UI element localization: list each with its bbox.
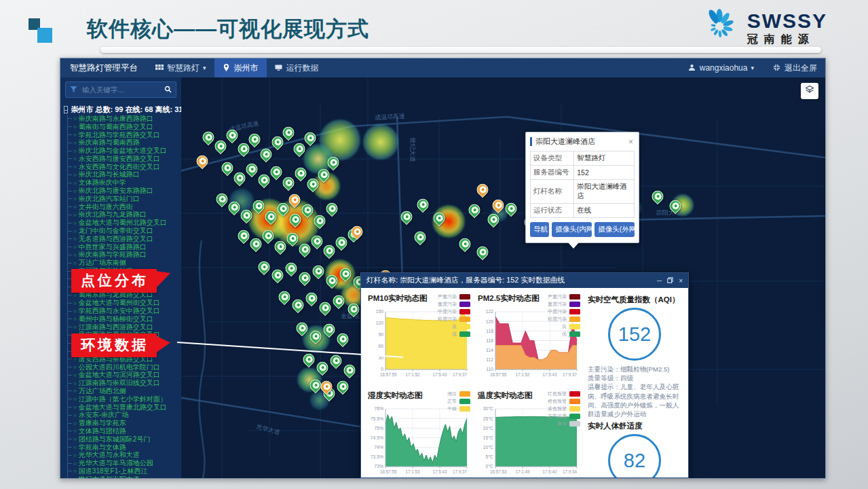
popup-button[interactable]: 摄像头(内网 (552, 222, 592, 237)
tree-item[interactable]: ○崇庆北路与唐安东路路口 (68, 187, 181, 195)
svg-text:16:57:55: 16:57:55 (490, 372, 507, 377)
tree-item[interactable]: ○金盆地大道与滨河路交叉口 (68, 372, 181, 380)
popup-title: 崇阳大道澜峰酒店 (535, 137, 627, 147)
filter-icon[interactable] (70, 84, 77, 96)
svg-text:75%: 75% (374, 426, 383, 431)
tree-item[interactable]: ○世纪大道与崇阳大道 (68, 475, 181, 478)
exit-fullscreen-button[interactable]: 退出全屏 (765, 62, 825, 74)
svg-text:116: 116 (486, 338, 493, 343)
tree-item[interactable]: ○金盆地大道与蜀州北路交叉口 (68, 219, 181, 227)
tree-item[interactable]: ○崇庆南路与学苑路路口 (68, 251, 181, 259)
tree-item-list: ○崇庆南路与永康西路路口○蜀南街与蜀南西路交叉口○学苑北路与学苑西路交叉口○崇庆… (67, 115, 181, 478)
svg-text:30: 30 (378, 355, 383, 360)
nav-item-smart-lamp[interactable]: 智慧路灯 ▾ (147, 58, 214, 77)
svg-text:30℃: 30℃ (483, 406, 494, 411)
tree-item[interactable]: ○永安东-崇庆广场 (68, 411, 181, 419)
tree-item[interactable]: ○崇庆北路与长城路口 (68, 171, 181, 179)
tree-item[interactable]: ○江源中路（第七小学斜对面） (68, 395, 181, 403)
tree-item[interactable]: ○金盆地大道与晋康北路交叉口 (68, 403, 181, 412)
svg-text:17:9:37: 17:9:37 (563, 372, 578, 377)
search-icon[interactable] (164, 84, 172, 96)
svg-text:20℃: 20℃ (483, 426, 494, 431)
nav-item-run-data[interactable]: 运行数据 (267, 58, 327, 77)
user-menu[interactable]: wangxiaohua ▾ (680, 63, 762, 73)
svg-text:15℃: 15℃ (483, 435, 494, 440)
svg-text:73%: 73% (374, 464, 383, 469)
tree-item[interactable]: ○学苑西路与永安中路交叉口 (68, 307, 181, 315)
tree-item[interactable]: ○金盆地大道与蜀州街交叉口 (68, 299, 181, 307)
tree-item[interactable]: ○学苑南与文体路 (68, 443, 181, 452)
tree-item[interactable]: ○崇庆北路与九龙路路口 (68, 211, 181, 219)
aqi-details: 主要污染：细颗粒物(PM2.5)质量等级：四级温馨提示：儿童、老年人及心脏病、呼… (588, 365, 681, 418)
svg-text:75.5%: 75.5% (371, 416, 383, 421)
nav-item-label: 运行数据 (286, 62, 319, 74)
tree-item[interactable]: ○文体路崇庆中学 (68, 179, 181, 187)
svg-text:120: 120 (376, 321, 384, 325)
popup-table: 设备类型智慧路灯服务器编号152灯杆名称崇阳大道澜峰酒店运行状态在线 (530, 151, 635, 218)
tree-item[interactable]: ○团结路与东城国际2号门 (68, 435, 181, 443)
tree-item[interactable]: ○江源南路与崇双旧线交叉口 (68, 379, 181, 387)
svg-text:16:57:55: 16:57:55 (380, 372, 397, 377)
legend-item: 良 (438, 323, 470, 330)
tree-item[interactable]: ○文井街与唐六西街 (68, 203, 181, 211)
tree-item[interactable]: ○崇庆南路与永康西路路口 (68, 115, 181, 123)
search-input[interactable] (81, 85, 161, 94)
minimize-icon[interactable]: ─ (657, 277, 662, 285)
legend-item: 优 (438, 330, 470, 338)
company-logo: SWSSY 冠南能源 (698, 5, 827, 50)
logo-swirl-icon (698, 5, 740, 50)
close-icon[interactable]: × (627, 137, 635, 147)
tree-item[interactable]: ○无名道路与西游路交叉口 (68, 235, 181, 243)
tree-item[interactable]: ○晋康南与学苑东 (68, 419, 181, 427)
tree-item[interactable]: ○永安西路与文化西街交叉口 (68, 163, 181, 171)
tree-item[interactable]: ○龙门中街与金带街交叉口 (68, 227, 181, 235)
svg-text:0℃: 0℃ (486, 464, 494, 469)
tree-item[interactable]: ○万达广场西北侧 (68, 387, 181, 395)
tree-item[interactable]: ○崇庆北路与金盆地大道交叉口 (68, 147, 181, 155)
svg-text:17:5:43: 17:5:43 (432, 469, 447, 474)
svg-text:17:1:52: 17:1:52 (515, 372, 530, 377)
svg-text:76%: 76% (374, 406, 383, 411)
svg-text:17:9:37: 17:9:37 (453, 372, 468, 377)
pin-icon (223, 64, 231, 72)
legend-item: 优 (548, 330, 580, 338)
tree-item[interactable]: ○文体路与团结路 (68, 427, 181, 435)
restore-icon[interactable] (667, 277, 673, 285)
chart-pm10: PM10实时动态图严重污染重度污染中度污染轻度污染良优0306090120150… (362, 291, 472, 388)
chart-panel: 灯杆名称: 崇阳大道澜峰酒店，服务器编号: 152 实时数据曲线 ─ × PM1… (360, 272, 689, 478)
layers-control-button[interactable] (801, 83, 818, 99)
svg-text:74.5%: 74.5% (371, 435, 383, 440)
tree-item[interactable]: ○江源南路与西游路交叉口 (68, 323, 181, 331)
aqi-comfort-column: 实时空气质量指数（AQI） 152 主要污染：细颗粒物(PM2.5)质量等级：四… (582, 291, 685, 477)
close-icon[interactable]: × (679, 277, 683, 285)
tree-item[interactable]: ○万达广场东南侧 (68, 259, 181, 267)
chart-pm25: PM2.5实时动态图严重污染重度污染中度污染轻度污染良优110112114116… (472, 291, 582, 388)
layers-icon (805, 85, 814, 97)
chevron-down-icon: ▾ (751, 65, 754, 71)
tree-item[interactable]: ○蜀南街与蜀南西路交叉口 (68, 123, 181, 131)
svg-text:17:1:53: 17:1:53 (405, 469, 420, 474)
chart-temperature: 温度实时动态图红色预警橙色预警黄色预警正常温度寒冷0℃5℃10℃15℃20℃25… (472, 388, 582, 477)
tree-item[interactable]: ○光华大道与永和大道 (68, 451, 181, 459)
tree-item[interactable]: ○学苑北路与学苑西路交叉口 (68, 131, 181, 139)
popup-accent-bar (530, 137, 532, 146)
tree-item[interactable]: ○永安西路与唐安西路交叉口 (68, 155, 181, 163)
nav-item-city[interactable]: 崇州市 (214, 58, 267, 77)
legend-item: 轻度污染 (438, 315, 470, 323)
tree-item[interactable]: ○崇庆南路与蜀南西路 (68, 139, 181, 147)
tree-item[interactable]: ○公园大道四川机电学院门口 (68, 363, 181, 372)
legend-item: 红色预警 (548, 390, 580, 397)
popup-button[interactable]: 摄像头(外网 (595, 222, 635, 237)
tree-item[interactable]: ○光华大道与羊马湿地公园 (68, 459, 181, 467)
legend-item: 重度污染 (438, 300, 470, 308)
nav-item-label: 崇州市 (234, 62, 259, 74)
tree-item[interactable]: ○崇庆北路汽车站门口 (68, 195, 181, 203)
popup-button[interactable]: 导航 (530, 222, 549, 237)
tree-item[interactable]: ○国道318至F1-上林西江 (68, 467, 181, 475)
legend-item: 橙色预警 (548, 397, 580, 405)
tree-item[interactable]: ○中胜世家与兴盛路路口 (68, 243, 181, 251)
tree-item[interactable]: ○蜀州中路与杨柳街交叉口 (68, 315, 181, 323)
tree-root[interactable]: – 崇州市 总数: 99 在线: 68 离线: 31 (64, 105, 181, 115)
legend-item: 正常温度 (548, 412, 580, 420)
collapse-icon[interactable]: – (64, 106, 68, 113)
